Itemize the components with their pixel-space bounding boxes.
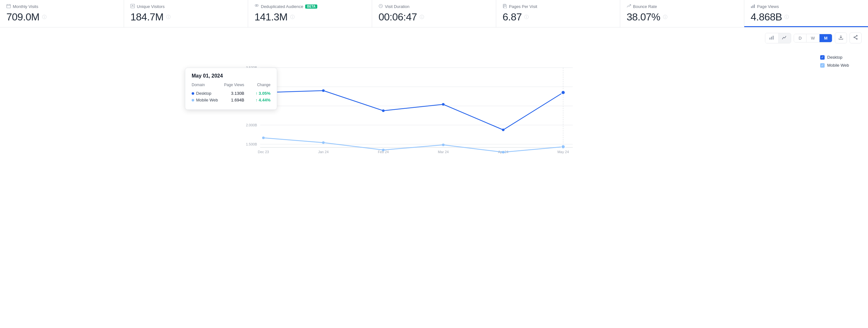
svg-rect-13 [751,6,752,8]
desktop-checkbox[interactable]: ✓ [820,55,825,60]
tooltip-row-desktop: Desktop 3.130B ↑ 3.05% [192,91,271,96]
svg-point-20 [854,37,855,38]
metric-number-unique-visitors: 184.7M [130,11,163,23]
svg-text:Jan 24: Jan 24 [318,150,329,154]
share-btn[interactable] [849,33,862,43]
svg-rect-17 [771,37,772,39]
tooltip-domain-name: Mobile Web [196,98,218,102]
metric-value-deduplicated-audience: 141.3M ⓘ [254,11,366,23]
period-group: D W M [794,34,832,42]
tooltip-value: 3.130B [218,91,244,96]
metric-unique-visitors[interactable]: Unique Visitors 184.7M ⓘ [124,0,248,27]
tooltip-col1: Domain [192,83,218,87]
metric-label-text-visit-duration: Visit Duration [385,4,409,9]
main-chart: 3.500B 3.000B 2.500B 2.000B 1.500B Dec 2… [6,49,814,170]
tooltip-col3: Change [244,83,271,87]
metric-label-text-bounce-rate: Bounce Rate [633,4,657,9]
metric-label-monthly-visits: Monthly Visits [6,4,117,9]
tooltip-dot [192,99,194,101]
metric-deduplicated-audience[interactable]: Deduplicated Audience BETA 141.3M ⓘ [248,0,372,27]
metric-label-text-unique-visitors: Unique Visitors [137,4,164,9]
svg-text:Dec 23: Dec 23 [258,150,269,154]
svg-rect-14 [752,5,753,8]
period-w-btn[interactable]: W [806,34,819,42]
svg-rect-16 [770,38,770,39]
tooltip-dot [192,92,194,95]
legend-mobile-web[interactable]: ✓ Mobile Web [820,63,862,68]
svg-point-44 [502,128,504,131]
tooltip-header: Domain Page Views Change [192,83,271,88]
metric-info-visit-duration[interactable]: ⓘ [420,14,424,20]
metric-label-visit-duration: Visit Duration [378,4,490,9]
metric-label-text-deduplicated-audience: Deduplicated Audience [261,4,303,9]
metric-info-page-views[interactable]: ⓘ [784,14,789,20]
metric-label-page-views: Page Views [751,4,862,9]
svg-text:Mar 24: Mar 24 [438,150,449,154]
svg-point-41 [322,89,324,92]
metric-info-deduplicated-audience[interactable]: ⓘ [290,14,294,20]
svg-point-48 [382,149,384,151]
bar-chart-btn[interactable] [765,33,778,43]
chart-type-group [765,33,791,43]
svg-point-49 [442,144,444,146]
metric-number-pages-per-visit: 6.87 [502,11,522,23]
beta-badge: BETA [305,4,317,9]
chart-svg-area: 3.500B 3.000B 2.500B 2.000B 1.500B Dec 2… [6,49,814,171]
tooltip-change: ↑ 3.05% [244,91,271,96]
mobile-web-checkbox[interactable]: ✓ [820,63,825,68]
tooltip-value: 1.694B [218,98,244,102]
metric-value-visit-duration: 00:06:47 ⓘ [378,11,490,23]
metric-info-unique-visitors[interactable]: ⓘ [166,14,170,20]
metric-visit-duration[interactable]: Visit Duration 00:06:47 ⓘ [372,0,496,27]
svg-rect-18 [773,36,774,39]
metric-value-monthly-visits: 709.0M ⓘ [6,11,117,23]
svg-point-45 [561,91,565,94]
svg-point-46 [262,137,265,139]
metric-info-monthly-visits[interactable]: ⓘ [42,14,46,20]
metric-number-monthly-visits: 709.0M [6,11,39,23]
metric-value-bounce-rate: 38.07% ⓘ [627,11,738,23]
tooltip-change: ↑ 4.44% [244,98,271,102]
chart-container: 3.500B 3.000B 2.500B 2.000B 1.500B Dec 2… [6,49,862,171]
svg-point-47 [322,141,324,144]
period-d-btn[interactable]: D [794,34,806,42]
svg-point-21 [857,39,858,39]
legend-desktop[interactable]: ✓ Desktop [820,55,862,60]
metric-label-pages-per-visit: Pages Per Visit [502,4,614,9]
svg-point-19 [857,35,858,36]
chart-tooltip: May 01, 2024 Domain Page Views Change De… [185,68,277,110]
pages-per-visit-icon [502,4,507,9]
metric-value-page-views: 4.868B ⓘ [751,11,862,23]
metric-label-deduplicated-audience: Deduplicated Audience BETA [254,4,366,9]
page-views-icon [751,4,755,9]
metric-label-text-monthly-visits: Monthly Visits [13,4,38,9]
svg-point-50 [502,151,504,153]
tooltip-rows: Desktop 3.130B ↑ 3.05% Mobile Web 1.694B… [192,91,271,102]
tooltip-row-mobile-web: Mobile Web 1.694B ↑ 4.44% [192,98,271,102]
metric-number-visit-duration: 00:06:47 [378,11,417,23]
period-m-btn[interactable]: M [819,34,832,42]
svg-point-43 [442,103,444,106]
metric-number-deduplicated-audience: 141.3M [254,11,288,23]
metric-monthly-visits[interactable]: Monthly Visits 709.0M ⓘ [0,0,124,27]
metric-label-bounce-rate: Bounce Rate [627,4,738,9]
line-chart-btn[interactable] [778,33,791,43]
tooltip-domain: Desktop [192,91,218,96]
metric-pages-per-visit[interactable]: Pages Per Visit 6.87 ⓘ [496,0,620,27]
svg-rect-15 [754,4,755,8]
metric-number-page-views: 4.868B [751,11,782,23]
tooltip-domain: Mobile Web [192,98,218,102]
download-btn[interactable] [835,33,847,43]
svg-text:1.500B: 1.500B [246,142,257,146]
bounce-rate-icon [627,4,631,9]
svg-text:May 24: May 24 [557,150,569,154]
metric-value-unique-visitors: 184.7M ⓘ [130,11,241,23]
svg-text:2.000B: 2.000B [246,123,257,127]
svg-point-51 [561,145,565,149]
metric-info-pages-per-visit[interactable]: ⓘ [524,14,529,20]
metric-info-bounce-rate[interactable]: ⓘ [663,14,668,20]
metric-bounce-rate[interactable]: Bounce Rate 38.07% ⓘ [620,0,744,27]
chart-legend: ✓ Desktop ✓ Mobile Web [820,49,862,171]
tooltip-date: May 01, 2024 [192,73,271,79]
metric-page-views[interactable]: Page Views 4.868B ⓘ [744,0,868,27]
